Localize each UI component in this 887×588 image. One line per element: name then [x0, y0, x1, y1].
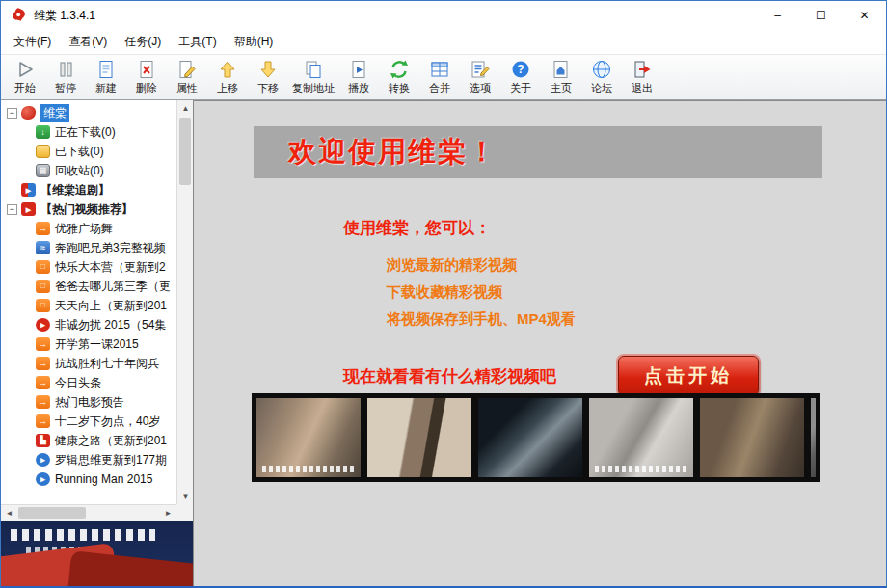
menu-view[interactable]: 查看(V) [60, 30, 116, 54]
delete-icon [136, 59, 157, 80]
sidebar-item-luoji-siwei[interactable]: 罗辑思维更新到177期 [1, 450, 176, 469]
toolbar-button-start[interactable]: 开始 [5, 56, 45, 98]
toolbar-button-merge[interactable]: 合并 [419, 56, 460, 98]
menu-tools[interactable]: 工具(T) [170, 30, 225, 54]
video-thumbnail[interactable] [367, 398, 471, 477]
close-button[interactable]: ✕ [843, 1, 886, 30]
video-thumbnail[interactable] [256, 398, 361, 477]
exit-icon [632, 59, 653, 80]
sidebar-item-label: 奔跑吧兄弟3完整视频 [55, 240, 166, 256]
sidebar-item-running-brothers[interactable]: 奔跑吧兄弟3完整视频 [1, 238, 176, 257]
sidebar-item-day-day-up[interactable]: 天天向上（更新到201 [1, 296, 176, 315]
menu-help[interactable]: 帮助(H) [226, 30, 282, 54]
video-thumbnail-strip [252, 393, 820, 482]
cta-row: 现在就看看有什么精彩视频吧 点击开始 [343, 356, 886, 396]
sidebar-horizontal-scrollbar[interactable]: ◄ ► [1, 504, 176, 521]
sidebar-item-label: 开学第一课2015 [55, 336, 139, 353]
sidebar-item-label: 回收站(0) [55, 163, 104, 179]
window-title: 维棠 1.3.4.1 [34, 8, 95, 24]
horizontal-scroll-thumb[interactable] [18, 507, 86, 519]
toolbar-button-new[interactable]: 新建 [86, 56, 126, 98]
forum-icon [591, 59, 612, 80]
sidebar-item-square-dance[interactable]: 优雅广场舞 [1, 219, 176, 238]
scroll-down-icon[interactable]: ▼ [177, 489, 194, 504]
toolbar-button-properties[interactable]: 属性 [167, 56, 207, 98]
sidebar-item-running-man[interactable]: Running Man 2015 [1, 469, 176, 489]
toolbar-button-copy-address[interactable]: 复制地址 [288, 56, 338, 98]
menu-task[interactable]: 任务(J) [116, 30, 170, 54]
toolbar-label: 播放 [348, 81, 369, 95]
toolbar-button-play[interactable]: 播放 [338, 56, 379, 98]
toolbar-button-exit[interactable]: 退出 [622, 56, 662, 98]
downloading-icon [36, 125, 50, 139]
sidebar-item-label: 爸爸去哪儿第三季（更 [55, 279, 171, 295]
toolbar-label: 上移 [217, 81, 238, 95]
sidebar-item-parade[interactable]: 抗战胜利七十年阅兵 [1, 354, 176, 373]
sidebar-item-age-restricted[interactable]: 十二岁下勿点，40岁 [1, 412, 176, 431]
toolbar-button-homepage[interactable]: 主页 [541, 56, 581, 98]
collapse-icon[interactable]: − [7, 108, 17, 119]
video-thumbnail[interactable] [811, 398, 816, 477]
tv-icon [36, 260, 50, 274]
cta-text: 现在就看看有什么精彩视频吧 [343, 365, 556, 388]
promo-banner[interactable] [1, 521, 193, 586]
toolbar-label: 开始 [14, 81, 36, 95]
sidebar-item-first-class[interactable]: 开学第一课2015 [1, 334, 176, 354]
sidebar-item-feichengwurao[interactable]: 非诚勿扰 2015（54集 [1, 315, 176, 334]
blue-wave-icon [36, 241, 50, 254]
toolbar-button-move-down[interactable]: 下移 [248, 56, 288, 98]
video-thumbnail[interactable] [478, 398, 582, 477]
sidebar-item-label: 抗战胜利七十年阅兵 [55, 356, 159, 372]
toolbar-label: 复制地址 [292, 81, 335, 95]
toolbar-button-convert[interactable]: 转换 [379, 56, 419, 98]
pause-icon [55, 59, 76, 80]
toolbar-button-move-up[interactable]: 上移 [207, 56, 248, 98]
new-task-icon [95, 59, 117, 80]
orange-arrow-icon [36, 414, 50, 428]
start-icon [14, 59, 36, 80]
sidebar-vertical-scrollbar[interactable]: ▲ ▼ [176, 100, 193, 504]
toolbar-button-delete[interactable]: 删除 [126, 56, 167, 98]
toolbar-button-about[interactable]: ? 关于 [500, 56, 541, 98]
toolbar-button-pause[interactable]: 暂停 [45, 56, 86, 98]
sidebar-item-downloading[interactable]: 正在下载(0) [1, 122, 176, 142]
sidebar-item-label: 快乐大本营（更新到2 [55, 259, 166, 276]
merge-icon [429, 59, 450, 80]
blue-play-icon [36, 472, 50, 486]
sidebar-item-headlines[interactable]: 今日头条 [1, 373, 176, 392]
sidebar-item-drama-follow[interactable]: 【维棠追剧】 [1, 180, 176, 200]
sidebar-item-health-road[interactable]: 健康之路（更新到201 [1, 431, 176, 450]
move-up-icon [217, 59, 238, 80]
scroll-right-icon[interactable]: ► [160, 505, 176, 521]
video-thumbnail[interactable] [700, 398, 804, 477]
sidebar-item-label: 已下载(0) [55, 144, 104, 160]
toolbar-label: 属性 [176, 81, 198, 95]
sidebar-item-recycle-bin[interactable]: 回收站(0) [1, 161, 176, 180]
scroll-left-icon[interactable]: ◄ [1, 505, 17, 521]
sidebar-item-hot-videos[interactable]: − 【热门视频推荐】 [1, 200, 176, 219]
sidebar-item-weitang-root[interactable]: − 维棠 [1, 103, 176, 122]
toolbar-label: 删除 [136, 81, 157, 95]
sidebar-item-happy-camp[interactable]: 快乐大本营（更新到2 [1, 257, 176, 277]
collapse-icon[interactable]: − [7, 204, 17, 215]
scroll-up-icon[interactable]: ▲ [177, 100, 194, 116]
scrollbar-corner [176, 504, 193, 521]
sidebar-item-dad-where[interactable]: 爸爸去哪儿第三季（更 [1, 277, 176, 296]
sidebar-item-label: 天天向上（更新到201 [55, 298, 167, 314]
click-start-button[interactable]: 点击开始 [618, 356, 759, 396]
toolbar-button-options[interactable]: 选项 [460, 56, 500, 98]
vertical-scroll-thumb[interactable] [179, 118, 191, 185]
minimize-button[interactable]: – [756, 1, 799, 30]
menu-file[interactable]: 文件(F) [5, 30, 60, 54]
drama-follow-icon [21, 183, 36, 197]
sidebar-item-movie-trailers[interactable]: 热门电影预告 [1, 392, 176, 412]
video-thumbnail[interactable] [589, 398, 693, 477]
sidebar-item-label: 健康之路（更新到201 [55, 433, 167, 449]
copy-address-icon [303, 59, 324, 80]
recycle-bin-icon [36, 164, 50, 177]
toolbar-button-forum[interactable]: 论坛 [581, 56, 622, 98]
sidebar-item-label: 【维棠追剧】 [40, 182, 110, 199]
maximize-button[interactable]: ☐ [799, 1, 843, 30]
sidebar-item-downloaded[interactable]: 已下载(0) [1, 142, 176, 161]
toolbar-label: 选项 [470, 81, 491, 95]
